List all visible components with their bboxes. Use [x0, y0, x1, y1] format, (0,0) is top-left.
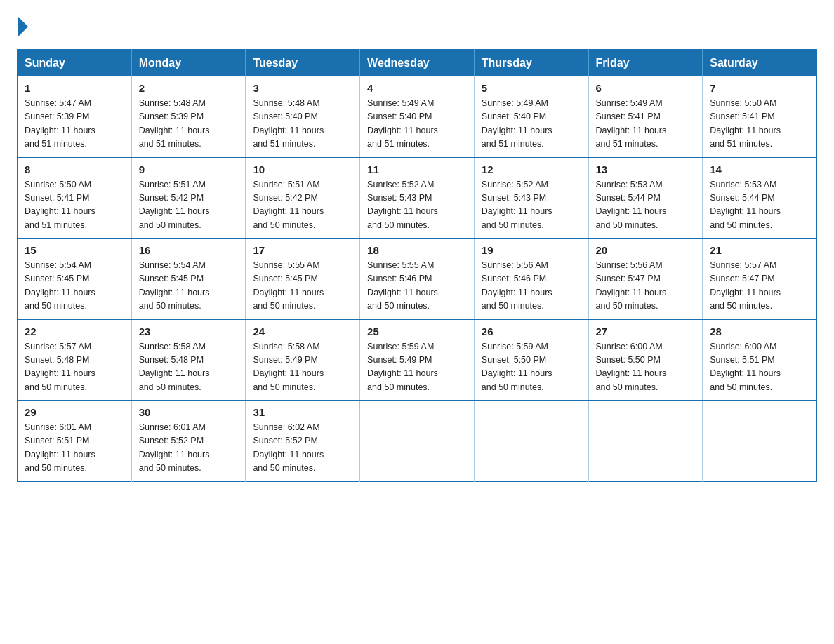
day-info: Sunrise: 5:54 AMSunset: 5:45 PMDaylight:… [25, 260, 95, 311]
calendar-day-cell: 10 Sunrise: 5:51 AMSunset: 5:42 PMDaylig… [246, 157, 360, 239]
day-info: Sunrise: 5:49 AMSunset: 5:40 PMDaylight:… [482, 98, 552, 149]
day-info: Sunrise: 5:48 AMSunset: 5:39 PMDaylight:… [139, 98, 210, 149]
day-number: 21 [710, 244, 809, 256]
calendar-header-saturday: Saturday [703, 50, 817, 77]
calendar-day-cell: 24 Sunrise: 5:58 AMSunset: 5:49 PMDaylig… [246, 319, 360, 401]
calendar-day-cell: 28 Sunrise: 6:00 AMSunset: 5:51 PMDaylig… [703, 319, 817, 401]
day-info: Sunrise: 5:53 AMSunset: 5:44 PMDaylight:… [710, 180, 781, 230]
day-info: Sunrise: 5:55 AMSunset: 5:45 PMDaylight:… [253, 260, 324, 311]
day-info: Sunrise: 5:58 AMSunset: 5:49 PMDaylight:… [253, 342, 324, 392]
day-info: Sunrise: 5:49 AMSunset: 5:40 PMDaylight:… [367, 98, 438, 149]
day-number: 3 [253, 82, 352, 94]
calendar-day-cell: 15 Sunrise: 5:54 AMSunset: 5:45 PMDaylig… [18, 239, 132, 320]
logo [17, 17, 29, 36]
calendar-day-cell: 17 Sunrise: 5:55 AMSunset: 5:45 PMDaylig… [246, 239, 360, 320]
day-number: 10 [253, 163, 352, 175]
logo-triangle-icon [18, 17, 28, 36]
day-number: 22 [25, 326, 124, 337]
day-number: 6 [596, 82, 696, 94]
day-info: Sunrise: 6:02 AMSunset: 5:52 PMDaylight:… [253, 422, 324, 473]
calendar-day-cell: 31 Sunrise: 6:02 AMSunset: 5:52 PMDaylig… [246, 401, 360, 482]
calendar-header-friday: Friday [588, 50, 703, 77]
calendar-week-row: 1 Sunrise: 5:47 AMSunset: 5:39 PMDayligh… [18, 76, 817, 157]
day-info: Sunrise: 5:52 AMSunset: 5:43 PMDaylight:… [482, 180, 552, 230]
day-number: 26 [482, 326, 581, 337]
day-number: 8 [25, 163, 124, 175]
calendar-day-cell: 18 Sunrise: 5:55 AMSunset: 5:46 PMDaylig… [360, 239, 475, 320]
calendar-day-cell: 13 Sunrise: 5:53 AMSunset: 5:44 PMDaylig… [588, 157, 703, 239]
day-info: Sunrise: 6:00 AMSunset: 5:50 PMDaylight:… [596, 342, 667, 392]
calendar-day-cell: 7 Sunrise: 5:50 AMSunset: 5:41 PMDayligh… [703, 76, 817, 157]
day-info: Sunrise: 5:48 AMSunset: 5:40 PMDaylight:… [253, 98, 324, 149]
day-number: 2 [139, 82, 239, 94]
day-info: Sunrise: 5:56 AMSunset: 5:46 PMDaylight:… [482, 260, 552, 311]
calendar-table: SundayMondayTuesdayWednesdayThursdayFrid… [17, 49, 817, 482]
day-info: Sunrise: 5:59 AMSunset: 5:49 PMDaylight:… [367, 342, 438, 392]
day-number: 1 [25, 82, 124, 94]
day-info: Sunrise: 5:59 AMSunset: 5:50 PMDaylight:… [482, 342, 552, 392]
calendar-day-cell: 23 Sunrise: 5:58 AMSunset: 5:48 PMDaylig… [131, 319, 246, 401]
calendar-header-monday: Monday [131, 50, 246, 77]
day-number: 19 [482, 244, 581, 256]
calendar-week-row: 8 Sunrise: 5:50 AMSunset: 5:41 PMDayligh… [18, 157, 817, 239]
day-number: 5 [482, 82, 581, 94]
calendar-empty-cell [474, 401, 588, 482]
day-number: 13 [596, 163, 696, 175]
day-info: Sunrise: 5:53 AMSunset: 5:44 PMDaylight:… [596, 180, 667, 230]
day-number: 16 [139, 244, 239, 256]
calendar-day-cell: 25 Sunrise: 5:59 AMSunset: 5:49 PMDaylig… [360, 319, 475, 401]
calendar-day-cell: 26 Sunrise: 5:59 AMSunset: 5:50 PMDaylig… [474, 319, 588, 401]
day-number: 11 [367, 163, 467, 175]
day-info: Sunrise: 5:47 AMSunset: 5:39 PMDaylight:… [25, 98, 95, 149]
calendar-day-cell: 1 Sunrise: 5:47 AMSunset: 5:39 PMDayligh… [18, 76, 132, 157]
calendar-day-cell: 30 Sunrise: 6:01 AMSunset: 5:52 PMDaylig… [131, 401, 246, 482]
day-info: Sunrise: 6:00 AMSunset: 5:51 PMDaylight:… [710, 342, 781, 392]
day-info: Sunrise: 5:57 AMSunset: 5:47 PMDaylight:… [710, 260, 781, 311]
day-number: 20 [596, 244, 696, 256]
calendar-day-cell: 22 Sunrise: 5:57 AMSunset: 5:48 PMDaylig… [18, 319, 132, 401]
day-info: Sunrise: 5:57 AMSunset: 5:48 PMDaylight:… [25, 342, 95, 392]
calendar-empty-cell [588, 401, 703, 482]
day-number: 4 [367, 82, 467, 94]
day-info: Sunrise: 5:56 AMSunset: 5:47 PMDaylight:… [596, 260, 667, 311]
day-number: 14 [710, 163, 809, 175]
calendar-day-cell: 4 Sunrise: 5:49 AMSunset: 5:40 PMDayligh… [360, 76, 475, 157]
calendar-day-cell: 9 Sunrise: 5:51 AMSunset: 5:42 PMDayligh… [131, 157, 246, 239]
day-number: 15 [25, 244, 124, 256]
day-info: Sunrise: 5:52 AMSunset: 5:43 PMDaylight:… [367, 180, 438, 230]
calendar-empty-cell [360, 401, 475, 482]
day-number: 9 [139, 163, 239, 175]
calendar-week-row: 15 Sunrise: 5:54 AMSunset: 5:45 PMDaylig… [18, 239, 817, 320]
calendar-header-row: SundayMondayTuesdayWednesdayThursdayFrid… [18, 50, 817, 77]
calendar-day-cell: 6 Sunrise: 5:49 AMSunset: 5:41 PMDayligh… [588, 76, 703, 157]
page-header [17, 17, 817, 36]
calendar-empty-cell [703, 401, 817, 482]
day-number: 27 [596, 326, 696, 337]
calendar-day-cell: 12 Sunrise: 5:52 AMSunset: 5:43 PMDaylig… [474, 157, 588, 239]
day-info: Sunrise: 5:51 AMSunset: 5:42 PMDaylight:… [139, 180, 210, 230]
calendar-day-cell: 8 Sunrise: 5:50 AMSunset: 5:41 PMDayligh… [18, 157, 132, 239]
day-number: 17 [253, 244, 352, 256]
day-number: 29 [25, 406, 124, 418]
calendar-day-cell: 29 Sunrise: 6:01 AMSunset: 5:51 PMDaylig… [18, 401, 132, 482]
day-number: 18 [367, 244, 467, 256]
day-number: 31 [253, 406, 352, 418]
calendar-week-row: 22 Sunrise: 5:57 AMSunset: 5:48 PMDaylig… [18, 319, 817, 401]
calendar-day-cell: 16 Sunrise: 5:54 AMSunset: 5:45 PMDaylig… [131, 239, 246, 320]
calendar-header-sunday: Sunday [18, 50, 132, 77]
calendar-header-wednesday: Wednesday [360, 50, 475, 77]
calendar-day-cell: 14 Sunrise: 5:53 AMSunset: 5:44 PMDaylig… [703, 157, 817, 239]
calendar-day-cell: 19 Sunrise: 5:56 AMSunset: 5:46 PMDaylig… [474, 239, 588, 320]
day-info: Sunrise: 6:01 AMSunset: 5:52 PMDaylight:… [139, 422, 210, 473]
day-info: Sunrise: 5:50 AMSunset: 5:41 PMDaylight:… [710, 98, 781, 149]
day-number: 23 [139, 326, 239, 337]
calendar-day-cell: 5 Sunrise: 5:49 AMSunset: 5:40 PMDayligh… [474, 76, 588, 157]
calendar-day-cell: 21 Sunrise: 5:57 AMSunset: 5:47 PMDaylig… [703, 239, 817, 320]
day-info: Sunrise: 5:54 AMSunset: 5:45 PMDaylight:… [139, 260, 210, 311]
day-number: 28 [710, 326, 809, 337]
day-info: Sunrise: 6:01 AMSunset: 5:51 PMDaylight:… [25, 422, 95, 473]
day-number: 30 [139, 406, 239, 418]
calendar-header-tuesday: Tuesday [246, 50, 360, 77]
day-info: Sunrise: 5:50 AMSunset: 5:41 PMDaylight:… [25, 180, 95, 230]
calendar-week-row: 29 Sunrise: 6:01 AMSunset: 5:51 PMDaylig… [18, 401, 817, 482]
